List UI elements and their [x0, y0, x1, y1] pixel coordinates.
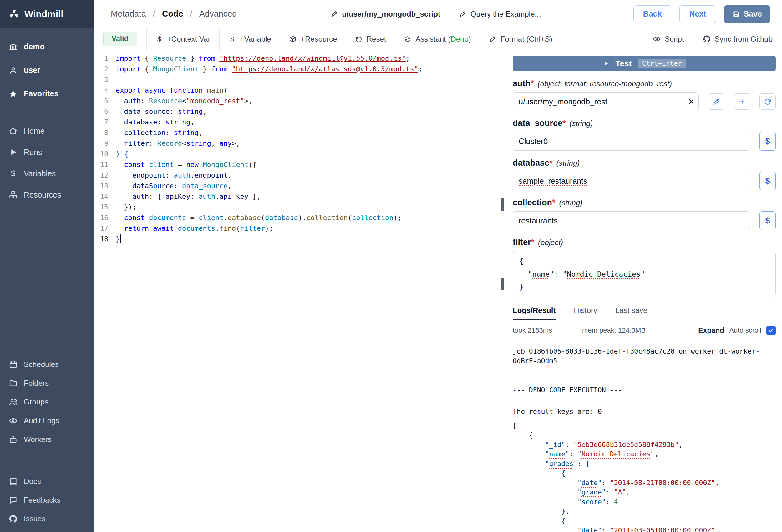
code-line-13[interactable]: 13 dataSource: data_source, — [94, 181, 507, 191]
required-asterisk: * — [531, 79, 534, 88]
auto-scroll-checkbox[interactable] — [767, 326, 776, 335]
code-line-7[interactable]: 7 database: string, — [94, 117, 507, 127]
sidebar-item-feedbacks[interactable]: Feedbacks — [0, 491, 94, 509]
auth-resource-input[interactable] — [513, 92, 699, 111]
toolbar-variable[interactable]: +Variable — [220, 28, 280, 50]
code-line-14[interactable]: 14 auth: { apiKey: auth.api_key }, — [94, 191, 507, 202]
editor-scrollbar-mark[interactable] — [501, 197, 504, 211]
code-line-15[interactable]: 15 }); — [94, 202, 507, 213]
sidebar-item-demo[interactable]: demo — [0, 35, 94, 59]
line-number: 7 — [94, 117, 116, 127]
tab-logs-result[interactable]: Logs/Result — [513, 306, 556, 320]
sidebar-item-folders[interactable]: Folders — [0, 374, 94, 392]
code-line-9[interactable]: 9 filter: Record<string, any>, — [94, 138, 507, 149]
cycle-icon — [404, 35, 411, 43]
pencil-icon — [331, 10, 338, 17]
data-source-input[interactable] — [513, 132, 750, 151]
database-var-button[interactable]: $ — [759, 172, 776, 190]
database-input[interactable] — [513, 172, 750, 190]
code-line-12[interactable]: 12 endpoint: auth.endpoint, — [94, 170, 507, 181]
line-number: 17 — [94, 223, 116, 234]
sidebar-item-docs[interactable]: Docs — [0, 472, 94, 491]
sidebar-item-label: Issues — [24, 515, 45, 523]
filter-json-editor[interactable]: { "name": "Nordic Delicacies"} — [513, 251, 776, 297]
toolbar-assistant-deno[interactable]: Assistant (Deno) — [395, 28, 480, 50]
sidebar-item-schedules[interactable]: Schedules — [0, 355, 94, 374]
field-collection-hint: (string) — [559, 198, 583, 207]
code-editor[interactable]: 1import { Resource } from "https://deno.… — [94, 50, 507, 532]
code-line-4[interactable]: 4export async function main( — [94, 85, 507, 96]
sidebar-item-home[interactable]: Home — [0, 120, 94, 142]
eye-icon — [9, 416, 17, 425]
tab-history[interactable]: History — [574, 306, 597, 320]
code-line-3[interactable]: 3 — [94, 74, 507, 85]
sidebar-item-variables[interactable]: Variables — [0, 163, 94, 184]
sidebar-item-user[interactable]: user — [0, 59, 94, 82]
toolbar-resource[interactable]: +Resource — [280, 28, 346, 50]
code-line-1[interactable]: 1import { Resource } from "https://deno.… — [94, 53, 507, 64]
toolbar-reset[interactable]: Reset — [346, 28, 395, 50]
sidebar-item-runs[interactable]: Runs — [0, 142, 94, 163]
workspace-logo[interactable]: Windmill — [0, 0, 94, 28]
expand-logs-button[interactable]: Expand — [698, 326, 724, 335]
breadcrumb-separator: / — [153, 9, 155, 19]
breadcrumb-metadata[interactable]: Metadata — [111, 9, 146, 19]
toolbar-item-label: Assistant (Deno) — [416, 35, 471, 43]
sidebar-item-issues[interactable]: Issues — [0, 509, 94, 528]
edit-resource-button[interactable] — [708, 93, 724, 110]
line-number: 10 — [94, 149, 116, 159]
clear-resource-button[interactable] — [687, 98, 695, 105]
toolbar-script[interactable]: Script — [643, 28, 693, 50]
sidebar-item-workers[interactable]: Workers — [0, 430, 94, 449]
data-source-var-button[interactable]: $ — [759, 132, 776, 151]
next-button[interactable]: Next — [679, 5, 716, 23]
line-number: 8 — [94, 127, 116, 138]
back-button[interactable]: Back — [633, 5, 672, 23]
script-summary-chip[interactable]: Query the Example... — [459, 10, 541, 18]
lint-status-cell: Valid — [94, 28, 147, 50]
top-header: Metadata/Code/Advanced u/user/my_mongodb… — [94, 0, 782, 28]
test-button[interactable]: Test Ctrl+Enter — [513, 55, 776, 71]
toolbar-context-var[interactable]: +Context Var — [147, 28, 220, 50]
toolbar-right-group: ScriptSync from Github — [643, 28, 782, 50]
code-line-2[interactable]: 2import { MongoClient } from "https://de… — [94, 64, 507, 74]
result-tabs: Logs/ResultHistoryLast save — [513, 306, 776, 320]
code-line-16[interactable]: 16 const documents = client.database(dat… — [94, 213, 507, 223]
sidebar-item-audit-logs[interactable]: Audit Logs — [0, 411, 94, 430]
code-line-5[interactable]: 5 auth: Resource<"mongodb_rest">, — [94, 96, 507, 106]
add-resource-button[interactable] — [734, 93, 750, 110]
sidebar-item-resources[interactable]: Resources — [0, 184, 94, 205]
code-line-6[interactable]: 6 data_source: string, — [94, 106, 507, 117]
eye-icon — [653, 35, 661, 43]
pen-icon — [489, 35, 496, 43]
required-asterisk: * — [562, 118, 566, 128]
collection-var-button[interactable]: $ — [759, 211, 776, 230]
sidebar-item-groups[interactable]: Groups — [0, 392, 94, 411]
code-line-10[interactable]: 10) { — [94, 149, 507, 159]
result-line: "name": "Nordic Delicacies", — [513, 450, 776, 459]
code-line-18[interactable]: 18} — [94, 234, 507, 244]
main-column: Metadata/Code/Advanced u/user/my_mongodb… — [94, 0, 782, 532]
field-data-source-hint: (string) — [570, 119, 593, 128]
sidebar-item-favorites[interactable]: Favorites — [0, 82, 94, 105]
breadcrumb-advanced[interactable]: Advanced — [199, 9, 237, 19]
editor-scrollbar-mark[interactable] — [501, 278, 504, 290]
breadcrumb-code[interactable]: Code — [162, 9, 183, 19]
toolbar-format-ctrl-s[interactable]: Format (Ctrl+S) — [480, 28, 562, 50]
refresh-resource-button[interactable] — [759, 93, 776, 110]
code-line-17[interactable]: 17 return await documents.find(filter); — [94, 223, 507, 234]
toolbar-sync-from-github[interactable]: Sync from Github — [694, 28, 782, 50]
code-line-11[interactable]: 11 const client = new MongoClient({ — [94, 159, 507, 170]
auto-scroll-label: Auto scroll — [729, 326, 761, 335]
script-path-chip[interactable]: u/user/my_mongodb_script — [331, 10, 440, 18]
field-data-source: data_source* (string) $ — [513, 118, 776, 151]
collection-input[interactable] — [513, 211, 750, 230]
result-line: { — [513, 517, 776, 526]
test-shortcut-badge: Ctrl+Enter — [638, 59, 686, 68]
code-line-8[interactable]: 8 collection: string, — [94, 127, 507, 138]
result-line: "_id": "5eb3d668b31de5d588f4293b", — [513, 440, 776, 450]
field-collection-label: collection* (string) — [513, 198, 776, 207]
tab-last-save[interactable]: Last save — [615, 306, 647, 320]
result-line: "grade": "A", — [513, 488, 776, 497]
save-button[interactable]: Save — [724, 5, 770, 23]
